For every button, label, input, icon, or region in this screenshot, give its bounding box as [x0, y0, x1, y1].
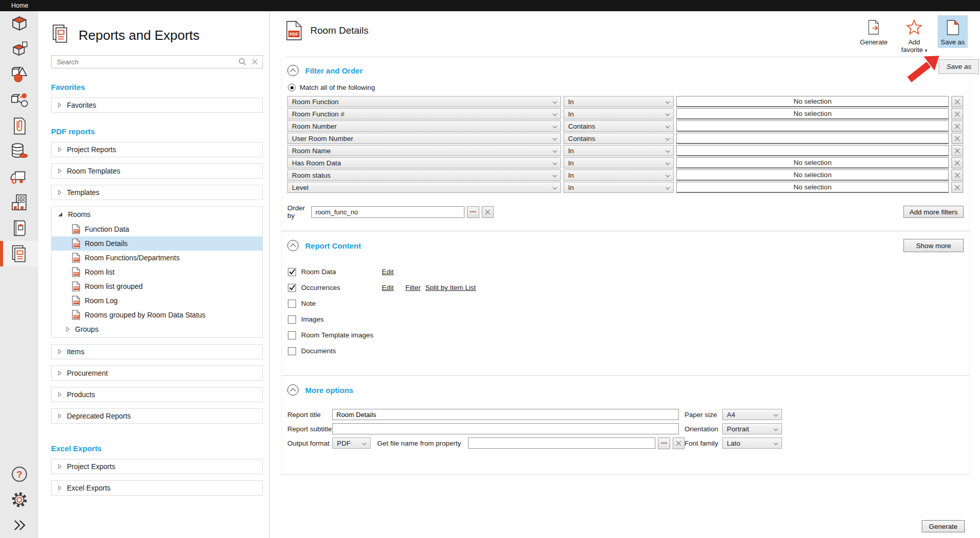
collapse-section-icon[interactable]: [287, 65, 299, 76]
clear-filter-button[interactable]: [951, 108, 963, 119]
order-by-browse-button[interactable]: •••: [467, 206, 479, 218]
filter-field-select[interactable]: Room Name: [287, 145, 561, 156]
sidebar-item-favorites[interactable]: Favorites: [51, 97, 263, 113]
filter-occurrences-link[interactable]: Filter: [405, 284, 421, 291]
sidebar-item-procurement[interactable]: Procurement: [51, 365, 263, 381]
generate-report-button[interactable]: Generate: [922, 520, 965, 532]
filter-operator-select[interactable]: In: [564, 108, 674, 119]
output-format-select[interactable]: PDF: [332, 437, 371, 449]
sidebar-item-room-details[interactable]: PDF Room Details: [52, 236, 262, 251]
add-favorite-button[interactable]: Add favorite ▾: [898, 15, 930, 57]
attachments-icon[interactable]: [0, 113, 38, 139]
sidebar-item-items[interactable]: Items: [51, 344, 263, 359]
images-checkbox[interactable]: [288, 315, 296, 324]
filter-field-select[interactable]: Room status: [287, 169, 561, 181]
sidebar-item-project-exports[interactable]: Project Exports: [51, 459, 263, 474]
search-box[interactable]: [51, 55, 263, 68]
save-as-button[interactable]: Save as: [938, 15, 968, 48]
filter-field-select[interactable]: Room Number: [287, 120, 561, 132]
clear-filter-button[interactable]: [951, 120, 963, 132]
rooms-icon[interactable]: [0, 11, 38, 37]
catalog-icon[interactable]: [0, 215, 38, 241]
sidebar-item-room-log[interactable]: PDF Room Log: [52, 294, 262, 308]
reports-icon[interactable]: [0, 241, 38, 266]
orientation-select[interactable]: Portrait: [722, 423, 782, 434]
generate-button[interactable]: Generate: [857, 15, 891, 48]
filter-operator-select[interactable]: In: [564, 169, 674, 181]
room-templates-icon[interactable]: [0, 37, 38, 62]
file-name-property-input[interactable]: [468, 437, 655, 449]
clear-search-icon[interactable]: [251, 58, 258, 65]
clear-filter-button[interactable]: [951, 133, 963, 144]
filter-operator-select[interactable]: Contains: [564, 120, 674, 132]
filter-field-select[interactable]: User Room Number: [287, 133, 561, 144]
filter-value-field[interactable]: [676, 145, 949, 156]
sidebar-item-room-list-grouped[interactable]: PDF Room list grouped: [52, 279, 262, 294]
settings-icon[interactable]: [0, 487, 38, 512]
clear-filter-button[interactable]: [951, 145, 963, 156]
sidebar-item-room-list[interactable]: PDF Room list: [52, 265, 262, 279]
filter-value-field[interactable]: No selection: [676, 169, 949, 181]
note-checkbox[interactable]: [288, 300, 296, 308]
products-icon[interactable]: [0, 62, 38, 88]
sidebar-item-products[interactable]: Products: [51, 387, 263, 402]
font-family-select[interactable]: Lato: [722, 437, 782, 449]
clear-filter-button[interactable]: [951, 169, 963, 181]
sidebar-item-function-data[interactable]: PDF Function Data: [52, 222, 262, 236]
filter-operator-select[interactable]: In: [564, 145, 674, 156]
show-more-button[interactable]: Show more: [903, 239, 964, 252]
match-all-radio[interactable]: [288, 84, 296, 91]
filter-field-select[interactable]: Room Function #: [287, 108, 561, 119]
projects-icon[interactable]: [0, 190, 38, 215]
order-by-clear-button[interactable]: [482, 206, 494, 218]
filter-operator-select[interactable]: In: [564, 96, 674, 107]
filter-field-select[interactable]: Room Function: [287, 96, 561, 107]
sidebar-item-groups[interactable]: Groups: [52, 322, 262, 336]
collapse-section-icon[interactable]: [287, 384, 299, 396]
sidebar-item-rooms-grouped[interactable]: PDF Rooms grouped by Room Data Status: [52, 308, 262, 322]
add-more-filters-button[interactable]: Add more filters: [903, 206, 964, 218]
logistics-icon[interactable]: [0, 164, 38, 190]
edit-occurrences-link[interactable]: Edit: [382, 284, 394, 291]
filter-value-field[interactable]: No selection: [676, 108, 949, 119]
sidebar-item-excel-exports[interactable]: Excel Exports: [51, 480, 263, 496]
home-menu[interactable]: Home: [4, 0, 35, 11]
collapse-section-icon[interactable]: [287, 240, 299, 251]
sidebar-item-rooms[interactable]: Rooms: [52, 207, 262, 222]
filter-value-field[interactable]: No selection: [676, 96, 949, 107]
search-input[interactable]: [57, 58, 234, 66]
filter-operator-select[interactable]: In: [564, 157, 674, 168]
sidebar-item-room-functions[interactable]: PDF Room Functions/Departments: [52, 251, 262, 265]
occurrences-checkbox[interactable]: [288, 284, 296, 292]
sidebar-item-room-templates[interactable]: Room Templates: [51, 163, 263, 179]
linked-items-icon[interactable]: [0, 88, 38, 113]
sidebar-item-deprecated-reports[interactable]: Deprecated Reports: [51, 408, 263, 424]
filter-field-select[interactable]: Has Room Data: [287, 157, 561, 168]
split-by-item-list-link[interactable]: Split by Item List: [425, 284, 476, 291]
filter-operator-select[interactable]: Contains: [564, 133, 674, 144]
filter-value-field[interactable]: No selection: [676, 157, 949, 168]
help-icon[interactable]: ?: [0, 461, 38, 487]
filter-operator-select[interactable]: In: [564, 182, 674, 193]
filter-field-select[interactable]: Level: [287, 182, 561, 193]
data-icon[interactable]: [0, 139, 38, 164]
search-icon[interactable]: [238, 58, 247, 66]
report-title-input[interactable]: [332, 409, 679, 420]
filter-value-field[interactable]: No selection: [676, 182, 949, 193]
sidebar-item-project-reports[interactable]: Project Reports: [51, 142, 263, 157]
file-name-browse-button[interactable]: •••: [658, 437, 670, 449]
file-name-clear-button[interactable]: [673, 437, 684, 449]
filter-value-field[interactable]: [676, 133, 949, 144]
clear-filter-button[interactable]: [951, 96, 963, 107]
paper-size-select[interactable]: A4: [722, 409, 782, 420]
clear-filter-button[interactable]: [951, 182, 963, 193]
room-template-images-checkbox[interactable]: [288, 331, 296, 339]
room-data-checkbox[interactable]: [288, 268, 296, 276]
collapse-icon[interactable]: [0, 512, 38, 538]
edit-room-data-link[interactable]: Edit: [382, 268, 394, 276]
order-by-input[interactable]: [311, 206, 464, 218]
report-subtitle-input[interactable]: [332, 423, 679, 434]
clear-filter-button[interactable]: [951, 157, 963, 168]
sidebar-item-templates[interactable]: Templates: [51, 185, 263, 200]
documents-checkbox[interactable]: [288, 347, 296, 355]
